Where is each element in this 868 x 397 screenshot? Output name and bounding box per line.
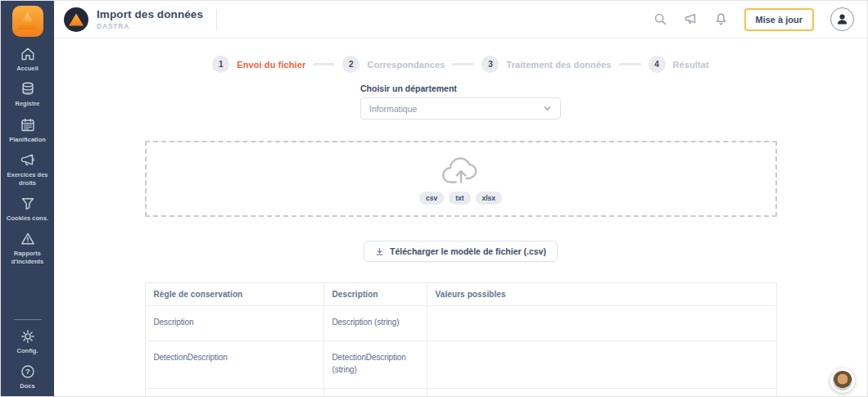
- step-connector: [313, 63, 335, 65]
- rule-description-cell: Description (string): [323, 306, 427, 341]
- sidebar-item-label: Config.: [17, 347, 38, 354]
- sidebar-item-rapports-incidents[interactable]: Rapports d'incidents: [2, 231, 53, 265]
- column-header: Valeurs possibles: [427, 283, 776, 306]
- app-window: Accueil Registre Planification Exercices…: [0, 0, 868, 397]
- sidebar-item-label: Rapports d'incidents: [2, 250, 53, 265]
- table-row: NotificationSentToDataProtectionOrganism…: [145, 388, 776, 396]
- rule-name-cell: NotificationSentToDataProtectionOrganism: [145, 388, 323, 396]
- step-number: 2: [342, 56, 359, 73]
- department-select[interactable]: Informatique: [360, 97, 561, 120]
- main-content: 1 Envoi du fichier 2 Correspondances 3 T…: [54, 38, 867, 396]
- step-label: Résultat: [673, 60, 709, 70]
- column-header: Description: [323, 283, 427, 306]
- search-icon[interactable]: [653, 12, 667, 26]
- step-number: 1: [212, 56, 229, 73]
- step-envoi-du-fichier[interactable]: 1 Envoi du fichier: [212, 56, 305, 73]
- sidebar-item-accueil[interactable]: Accueil: [2, 46, 53, 72]
- sidebar: Accueil Registre Planification Exercices…: [1, 1, 54, 396]
- step-connector: [619, 63, 641, 65]
- import-stepper: 1 Envoi du fichier 2 Correspondances 3 T…: [145, 56, 777, 73]
- step-connector: [452, 63, 474, 65]
- question-circle-icon: ?: [20, 363, 36, 380]
- rule-description-cell: Data protect. notified (boolean): [323, 388, 427, 396]
- megaphone-icon: [20, 152, 36, 169]
- chevron-down-icon: [543, 104, 552, 113]
- step-label: Correspondances: [367, 60, 445, 70]
- dastra-logo[interactable]: [12, 6, 43, 37]
- sidebar-divider: [14, 319, 42, 320]
- table-row: DetectionDescription DetectionDescriptio…: [145, 341, 776, 388]
- accepted-formats: csv txt xlsx: [419, 192, 502, 205]
- person-icon: [835, 12, 849, 26]
- header-actions: Mise à jour: [653, 7, 854, 31]
- rule-description-cell: DetectionDescription (string): [323, 341, 427, 388]
- chat-widget-button[interactable]: [830, 368, 855, 393]
- format-badge: txt: [449, 192, 470, 205]
- download-template-button[interactable]: Télécharger le modèle de fichier (.csv): [364, 241, 558, 262]
- sidebar-item-label: Cookies cons.: [7, 214, 48, 222]
- gear-icon: [20, 328, 36, 345]
- header-divider: [216, 9, 217, 30]
- download-template-label: Télécharger le modèle de fichier (.csv): [390, 246, 546, 256]
- sidebar-item-registre[interactable]: Registre: [2, 81, 53, 107]
- svg-text:?: ?: [25, 367, 30, 376]
- column-header: Règle de conservation: [145, 283, 323, 306]
- sidebar-item-label: Registre: [15, 100, 39, 107]
- top-header: Import des données DASTRA Mise à jour: [54, 1, 867, 38]
- workspace-name: DASTRA: [97, 22, 203, 30]
- calendar-icon: [20, 117, 36, 133]
- bell-icon[interactable]: [714, 12, 728, 26]
- format-badge: xlsx: [476, 192, 503, 205]
- sidebar-item-label: Accueil: [16, 65, 38, 72]
- step-number: 3: [481, 56, 499, 73]
- workspace-logo: [64, 7, 88, 32]
- retention-rules-table: Règle de conservation Description Valeur…: [145, 282, 777, 396]
- department-label: Choisir un département: [360, 83, 561, 93]
- table-row: Description Description (string): [145, 306, 776, 341]
- department-picker: Choisir un département Informatique: [360, 83, 561, 120]
- rule-name-cell: DetectionDescription: [145, 341, 323, 388]
- step-traitement-des-donnees[interactable]: 3 Traitement des données: [481, 56, 611, 73]
- cloud-upload-icon: [437, 154, 485, 187]
- sidebar-item-planification[interactable]: Planification: [2, 117, 53, 143]
- format-badge: csv: [419, 192, 444, 205]
- update-button[interactable]: Mise à jour: [744, 8, 814, 31]
- chat-widget-avatar: [833, 371, 852, 390]
- step-correspondances[interactable]: 2 Correspondances: [342, 56, 445, 73]
- step-number: 4: [649, 56, 666, 73]
- home-icon: [20, 46, 36, 62]
- sidebar-item-exercices-des-droits[interactable]: Exercices des droits: [2, 152, 53, 187]
- table-header-row: Règle de conservation Description Valeur…: [145, 283, 776, 306]
- sidebar-item-label: Exercices des droits: [2, 171, 53, 187]
- download-icon: [375, 247, 384, 256]
- rule-values-cell: [427, 306, 776, 341]
- file-dropzone[interactable]: csv txt xlsx: [145, 141, 777, 217]
- megaphone-icon[interactable]: [684, 12, 698, 26]
- funnel-icon: [20, 196, 36, 212]
- page-title: Import des données: [97, 8, 203, 20]
- sidebar-item-config[interactable]: Config.: [2, 328, 53, 354]
- step-label: Envoi du fichier: [237, 60, 305, 70]
- step-resultat[interactable]: 4 Résultat: [649, 56, 709, 73]
- title-block: Import des données DASTRA: [97, 8, 203, 30]
- warning-triangle-icon: [20, 231, 36, 247]
- database-icon: [20, 81, 36, 97]
- rule-values-cell: [427, 341, 776, 388]
- sidebar-item-cookies-cons[interactable]: Cookies cons.: [2, 196, 53, 222]
- department-selected-value: Informatique: [369, 104, 417, 114]
- sidebar-item-label: Planification: [9, 136, 46, 143]
- step-label: Traitement des données: [506, 60, 611, 70]
- sidebar-item-label: Docs: [20, 382, 34, 390]
- sidebar-item-docs[interactable]: ? Docs: [2, 363, 53, 390]
- rule-name-cell: Description: [145, 306, 323, 341]
- rule-values-cell: "true", "false": [427, 388, 776, 396]
- user-avatar[interactable]: [830, 7, 854, 31]
